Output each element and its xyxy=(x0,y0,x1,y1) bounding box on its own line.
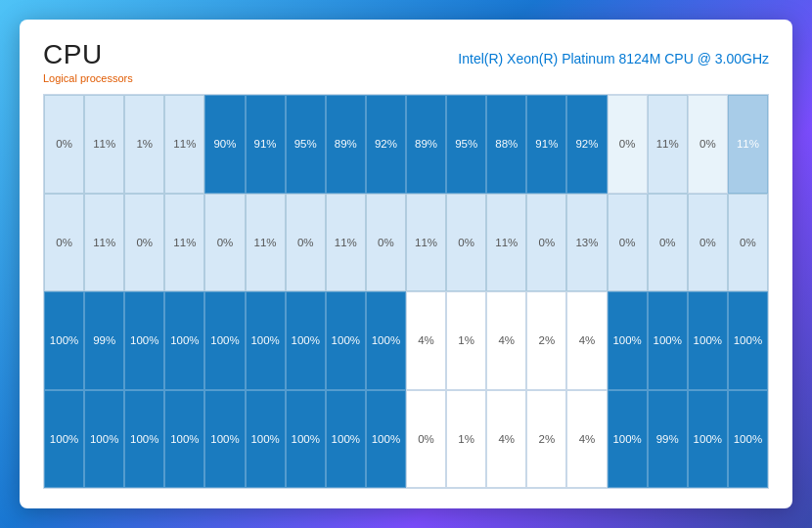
cell-2-11: 4% xyxy=(486,291,526,390)
cell-3-17: 100% xyxy=(728,390,768,489)
cell-3-13: 4% xyxy=(566,390,607,489)
window-header: CPU Intel(R) Xeon(R) Platinum 8124M CPU … xyxy=(43,39,769,70)
grid-row-3: 100%100%100%100%100%100%100%100%100%0%1%… xyxy=(44,390,768,489)
cell-1-16: 0% xyxy=(688,194,728,292)
cell-0-1: 11% xyxy=(84,95,124,194)
cell-1-3: 11% xyxy=(164,194,204,292)
cell-1-12: 0% xyxy=(526,194,566,292)
cell-1-8: 0% xyxy=(366,194,406,292)
grid-row-0: 0%11%1%11%90%91%95%89%92%89%95%88%91%92%… xyxy=(44,95,768,194)
cell-3-15: 99% xyxy=(648,390,688,489)
cell-1-2: 0% xyxy=(124,194,164,292)
cell-0-11: 88% xyxy=(486,95,526,194)
cell-0-7: 89% xyxy=(326,95,366,194)
cell-3-2: 100% xyxy=(124,390,164,489)
cell-3-9: 0% xyxy=(406,390,446,489)
cell-1-14: 0% xyxy=(608,194,648,292)
cell-0-6: 95% xyxy=(286,95,326,194)
cell-2-3: 100% xyxy=(164,291,204,390)
cell-1-6: 0% xyxy=(286,194,326,292)
cell-1-1: 11% xyxy=(84,194,124,292)
cell-0-0: 0% xyxy=(44,95,84,194)
subtitle: Logical processors xyxy=(43,72,769,84)
cell-2-0: 100% xyxy=(44,291,84,390)
cell-3-5: 100% xyxy=(246,390,286,489)
cell-1-13: 13% xyxy=(566,194,607,292)
cell-2-9: 4% xyxy=(406,291,446,390)
cell-0-10: 95% xyxy=(446,95,486,194)
grid-row-2: 100%99%100%100%100%100%100%100%100%4%1%4… xyxy=(44,291,768,390)
cell-2-17: 100% xyxy=(728,291,768,390)
cell-1-7: 11% xyxy=(326,194,366,292)
cpu-window: CPU Intel(R) Xeon(R) Platinum 8124M CPU … xyxy=(20,20,792,508)
cell-1-10: 0% xyxy=(446,194,486,292)
cell-1-5: 11% xyxy=(246,194,286,292)
cell-2-14: 100% xyxy=(608,291,648,390)
cell-1-17: 0% xyxy=(728,194,768,292)
cell-3-0: 100% xyxy=(44,390,84,489)
cpu-grid: 0%11%1%11%90%91%95%89%92%89%95%88%91%92%… xyxy=(43,94,769,489)
cell-2-10: 1% xyxy=(446,291,486,390)
cell-2-1: 99% xyxy=(84,291,124,390)
cell-2-13: 4% xyxy=(566,291,607,390)
cell-0-14: 0% xyxy=(608,95,648,194)
cell-3-8: 100% xyxy=(366,390,406,489)
cell-1-0: 0% xyxy=(44,194,84,292)
cell-2-15: 100% xyxy=(648,291,688,390)
cell-3-3: 100% xyxy=(164,390,204,489)
page-title: CPU xyxy=(43,39,103,70)
cell-0-13: 92% xyxy=(566,95,607,194)
cell-3-6: 100% xyxy=(286,390,326,489)
cell-0-12: 91% xyxy=(526,95,566,194)
cell-0-9: 89% xyxy=(406,95,446,194)
cell-0-4: 90% xyxy=(204,95,245,194)
cell-2-8: 100% xyxy=(366,291,406,390)
cell-0-8: 92% xyxy=(366,95,406,194)
cell-2-5: 100% xyxy=(246,291,286,390)
cell-3-12: 2% xyxy=(526,390,566,489)
cell-2-16: 100% xyxy=(688,291,728,390)
cell-1-15: 0% xyxy=(648,194,688,292)
cell-0-17: 11% xyxy=(728,95,768,194)
cell-3-14: 100% xyxy=(608,390,648,489)
cell-2-4: 100% xyxy=(204,291,245,390)
cell-2-12: 2% xyxy=(526,291,566,390)
cell-1-9: 11% xyxy=(406,194,446,292)
cell-0-3: 11% xyxy=(164,95,204,194)
cell-2-2: 100% xyxy=(124,291,164,390)
cell-3-7: 100% xyxy=(326,390,366,489)
cell-0-16: 0% xyxy=(688,95,728,194)
cell-1-11: 11% xyxy=(486,194,526,292)
cell-3-16: 100% xyxy=(688,390,728,489)
cell-3-4: 100% xyxy=(204,390,245,489)
grid-row-1: 0%11%0%11%0%11%0%11%0%11%0%11%0%13%0%0%0… xyxy=(44,194,768,292)
cell-1-4: 0% xyxy=(204,194,245,292)
cell-2-7: 100% xyxy=(326,291,366,390)
cpu-name: Intel(R) Xeon(R) Platinum 8124M CPU @ 3.… xyxy=(458,51,769,66)
cell-3-10: 1% xyxy=(446,390,486,489)
cell-0-5: 91% xyxy=(246,95,286,194)
cell-0-15: 11% xyxy=(648,95,688,194)
cell-0-2: 1% xyxy=(124,95,164,194)
cell-3-1: 100% xyxy=(84,390,124,489)
cell-2-6: 100% xyxy=(286,291,326,390)
cell-3-11: 4% xyxy=(486,390,526,489)
